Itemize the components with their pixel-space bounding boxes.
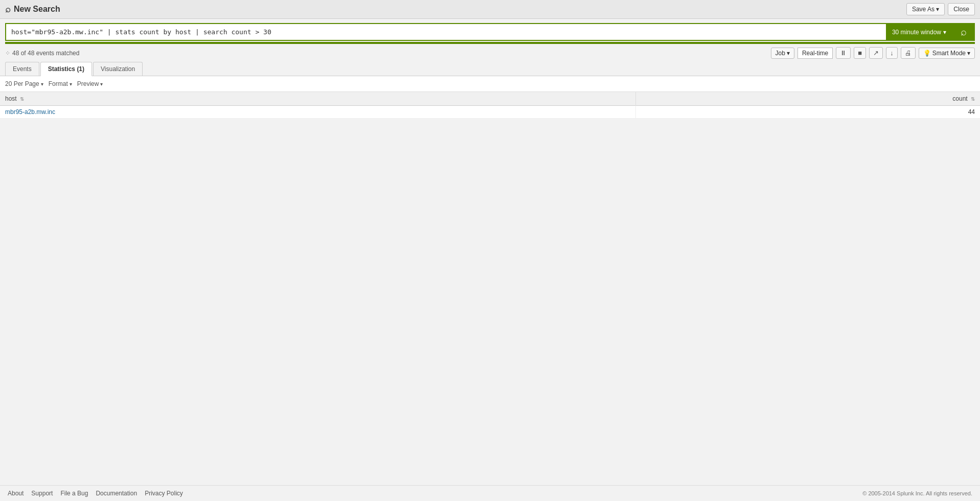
- tab-events[interactable]: Events: [5, 62, 39, 76]
- search-row: 30 minute window ▾ ⌕: [0, 19, 980, 41]
- tabs-row: Events Statistics (1) Visualization: [0, 62, 980, 76]
- results-row: ⁘ 48 of 48 events matched Job ▾ Real-tim…: [0, 44, 980, 62]
- per-page-chevron-icon: ▾: [41, 81, 43, 87]
- preview-label: Preview: [77, 80, 99, 87]
- time-window-chevron-icon: ▾: [943, 29, 946, 36]
- cell-host[interactable]: mbr95-a2b.mw.inc: [0, 106, 636, 119]
- host-sort-icon: ⇅: [20, 96, 24, 102]
- pause-button[interactable]: ⏸: [836, 47, 851, 59]
- col-header-host[interactable]: host ⇅: [0, 92, 636, 106]
- header-buttons: Save As ▾ Close: [906, 3, 975, 15]
- page-title-text: New Search: [14, 5, 60, 14]
- smart-mode-button[interactable]: 💡 Smart Mode ▾: [919, 48, 975, 59]
- table-row: mbr95-a2b.mw.inc44: [0, 106, 980, 119]
- print-button[interactable]: 🖨: [901, 47, 916, 59]
- close-button[interactable]: Close: [948, 3, 975, 15]
- results-table: host ⇅ count ⇅ mbr95-a2b.mw.inc44: [0, 92, 980, 119]
- cell-count: 44: [636, 106, 980, 119]
- table-controls: 20 Per Page ▾ Format ▾ Preview ▾: [0, 76, 980, 92]
- preview-chevron-icon: ▾: [100, 81, 103, 87]
- header-bar: ⌕ New Search Save As ▾ Close: [0, 0, 980, 19]
- smart-mode-icon: 💡: [923, 50, 931, 57]
- search-input-wrapper: [5, 23, 886, 41]
- per-page-dropdown[interactable]: 20 Per Page ▾: [5, 80, 43, 87]
- results-table-container: host ⇅ count ⇅ mbr95-a2b.mw.inc44: [0, 92, 980, 119]
- format-label: Format: [49, 80, 68, 87]
- realtime-display: Real-time: [797, 48, 833, 59]
- search-submit-button[interactable]: ⌕: [952, 23, 975, 41]
- time-window-button[interactable]: 30 minute window ▾: [886, 23, 952, 41]
- smart-mode-label: Smart Mode: [932, 50, 966, 57]
- search-input[interactable]: [6, 24, 886, 40]
- time-window-label: 30 minute window: [892, 29, 941, 36]
- smart-mode-chevron-icon: ▾: [967, 50, 970, 57]
- tab-visualization[interactable]: Visualization: [93, 62, 143, 76]
- results-summary-text: 48 of 48 events matched: [12, 50, 79, 57]
- col-header-count[interactable]: count ⇅: [636, 92, 980, 106]
- table-header-row: host ⇅ count ⇅: [0, 92, 980, 106]
- results-count: ⁘ 48 of 48 events matched: [5, 50, 79, 57]
- format-dropdown[interactable]: Format ▾: [49, 80, 72, 87]
- realtime-label: Real-time: [802, 50, 828, 57]
- tab-statistics[interactable]: Statistics (1): [40, 62, 92, 76]
- share-button[interactable]: ↗: [869, 47, 883, 59]
- save-as-button[interactable]: Save As ▾: [906, 3, 945, 15]
- preview-dropdown[interactable]: Preview ▾: [77, 80, 103, 87]
- job-controls: Job ▾ Real-time ⏸ ■ ↗ ↓ 🖨 💡 Smart Mode ▾: [771, 47, 975, 59]
- stop-button[interactable]: ■: [854, 47, 866, 59]
- job-label: Job: [776, 50, 785, 57]
- host-link[interactable]: mbr95-a2b.mw.inc: [5, 108, 55, 116]
- search-icon: ⌕: [5, 4, 11, 15]
- page-title: ⌕ New Search: [5, 4, 60, 15]
- job-button[interactable]: Job ▾: [771, 48, 794, 59]
- job-chevron-icon: ▾: [787, 50, 790, 57]
- spinner-icon: ⁘: [5, 50, 10, 57]
- export-button[interactable]: ↓: [886, 47, 898, 59]
- per-page-label: 20 Per Page: [5, 80, 39, 87]
- format-chevron-icon: ▾: [70, 81, 72, 87]
- count-sort-icon: ⇅: [971, 96, 975, 102]
- search-submit-icon: ⌕: [961, 26, 967, 38]
